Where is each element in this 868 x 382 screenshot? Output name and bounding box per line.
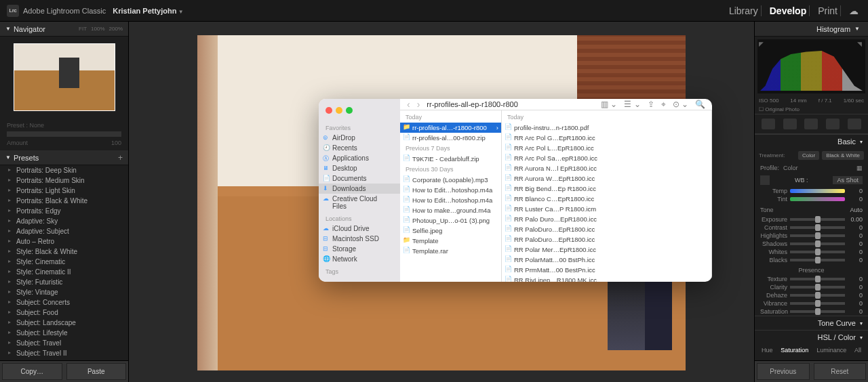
preset-item[interactable]: Style: Cinematic II — [0, 267, 128, 277]
preset-item[interactable]: Subject: Travel II — [0, 348, 128, 358]
preset-item[interactable]: Subject: Food — [0, 307, 128, 318]
share-icon[interactable]: ⇪ — [648, 100, 654, 109]
file-row[interactable]: 📄Corporate (Loopable).mp3 — [400, 175, 501, 185]
cloud-sync-icon[interactable]: ☁ — [846, 5, 861, 16]
sidebar-item[interactable]: ☁iCloud Drive — [319, 224, 400, 234]
exposure-slider[interactable] — [790, 218, 845, 221]
file-row[interactable]: 📄How to make…ground.m4a — [400, 205, 501, 215]
file-row[interactable]: 📄RR Arc Pol G…EpR1800.icc — [502, 133, 711, 143]
original-photo-checkbox[interactable]: Original Photo — [755, 105, 868, 114]
tone-curve-header[interactable]: Tone Curve — [755, 316, 868, 330]
preset-item[interactable]: Style: Cinematic — [0, 257, 128, 267]
redeye-tool-icon[interactable] — [804, 119, 818, 129]
file-row[interactable]: 📄T9K7IE - Cedarbluff.zip — [400, 154, 501, 164]
preset-list[interactable]: Portraits: Deep SkinPortraits: Medium Sk… — [0, 165, 128, 360]
sidebar-item[interactable]: 📄Documents — [319, 173, 400, 184]
mask-tool-icon[interactable] — [826, 119, 840, 129]
user-menu[interactable]: Kristian Pettyjohn — [113, 7, 183, 15]
tint-slider[interactable] — [790, 197, 845, 201]
preset-item[interactable]: Portraits: Edgy — [0, 206, 128, 216]
sidebar-item[interactable]: ⊟Macintosh SSD — [319, 234, 400, 244]
preset-item[interactable]: Subject: Concerts — [0, 297, 128, 307]
file-row[interactable]: 📁rr-profiles-al…-r1800-r800 — [400, 123, 501, 133]
profile-value[interactable]: Color — [783, 165, 798, 171]
preset-item[interactable]: Portraits: Deep Skin — [0, 165, 128, 175]
sidebar-item[interactable]: 🕘Recents — [319, 143, 400, 153]
blacks-slider[interactable] — [790, 259, 845, 261]
file-row[interactable]: 📄How to Edit…hotoshop.m4a — [400, 185, 501, 195]
treatment-color[interactable]: Color — [798, 151, 819, 160]
contrast-slider[interactable] — [790, 226, 845, 229]
highlights-slider[interactable] — [790, 234, 845, 237]
file-row[interactable]: 📄RR PolarMatt…00 BstPh.icc — [502, 255, 711, 265]
module-library[interactable]: Library — [726, 5, 762, 16]
auto-tone-button[interactable]: Auto — [850, 207, 863, 213]
wb-preset-select[interactable]: As Shot — [833, 176, 863, 184]
file-row[interactable]: 📄profile-instru…n-r1800.pdf — [502, 123, 711, 133]
preset-item[interactable]: Subject: Travel — [0, 338, 128, 348]
maximize-window-icon[interactable] — [346, 107, 353, 114]
module-print[interactable]: Print — [815, 5, 841, 16]
finder-column-2[interactable]: Today📄profile-instru…n-r1800.pdf📄RR Arc … — [502, 110, 712, 282]
file-row[interactable]: 📄RR Aurora W…EpR1800.icc — [502, 173, 711, 184]
sidebar-item[interactable]: ⒶApplications — [319, 153, 400, 163]
preset-item[interactable]: Portraits: Medium Skin — [0, 175, 128, 186]
histogram-display[interactable]: ◤ ◥ — [757, 39, 865, 93]
finder-window[interactable]: Favorites ⊚AirDrop🕘RecentsⒶApplications🖥… — [319, 99, 712, 282]
paste-button[interactable]: Paste — [66, 363, 127, 380]
file-row[interactable]: 📄RR Arc Pol L…EpR1800.icc — [502, 143, 711, 153]
treatment-bw[interactable]: Black & White — [822, 151, 864, 160]
module-develop[interactable]: Develop — [767, 5, 810, 16]
dehaze-slider[interactable] — [790, 294, 845, 297]
hsl-tab-luminance[interactable]: Luminance — [816, 347, 846, 354]
close-window-icon[interactable] — [326, 107, 332, 114]
saturation-slider[interactable] — [790, 310, 845, 313]
hsl-tab-all[interactable]: All — [854, 347, 861, 354]
back-icon[interactable]: ‹ — [407, 99, 410, 110]
file-row[interactable]: 📄RR Luster Ca…P R1800.icm — [502, 204, 711, 214]
file-row[interactable]: 📄RR Aurora N…l EpR1800.icc — [502, 163, 711, 173]
crop-tool-icon[interactable] — [762, 119, 775, 129]
clarity-slider[interactable] — [790, 286, 845, 289]
file-row[interactable]: 📄RR Polar Mer…EpR1800.icc — [502, 245, 711, 255]
previous-button[interactable]: Previous — [757, 363, 810, 380]
histogram-header[interactable]: Histogram ▼ — [755, 22, 868, 37]
reset-button[interactable]: Reset — [814, 363, 867, 380]
navigator-preview[interactable] — [0, 37, 128, 118]
temp-slider[interactable] — [790, 189, 845, 193]
texture-slider[interactable] — [790, 278, 845, 280]
file-row[interactable]: 📄rr-profiles-al…00-r800.zip — [400, 133, 501, 143]
preset-item[interactable]: Style: Black & White — [0, 247, 128, 257]
sidebar-item[interactable]: ☁Creative Cloud Files — [319, 194, 400, 211]
highlight-clip-icon[interactable]: ◥ — [857, 41, 864, 47]
sidebar-item[interactable]: 🖥Desktop — [319, 163, 400, 173]
wb-dropper-icon[interactable] — [760, 175, 770, 185]
shadow-clip-icon[interactable]: ◤ — [759, 41, 766, 47]
file-row[interactable]: 📄RR Blanco C…EpR1800.icc — [502, 194, 711, 204]
navigator-header[interactable]: ▼ Navigator FIT 100% 200% — [0, 22, 128, 37]
action-icon[interactable]: ⊙ ⌄ — [673, 100, 688, 109]
preset-item[interactable]: Portraits: Light Skin — [0, 186, 128, 196]
sidebar-item[interactable]: 🌐Network — [319, 254, 400, 264]
minimize-window-icon[interactable] — [336, 107, 342, 114]
heal-tool-icon[interactable] — [783, 119, 797, 129]
basic-panel-header[interactable]: Basic — [755, 135, 868, 148]
file-row[interactable]: 📁Template — [400, 236, 501, 246]
preset-item[interactable]: Subject: Landscape — [0, 318, 128, 328]
preset-item[interactable]: Adaptive: Sky — [0, 216, 128, 226]
file-row[interactable]: 📄RR Arc Pol Sa…epR1800.icc — [502, 153, 711, 163]
view-columns-icon[interactable]: ▥ ⌄ — [601, 100, 617, 109]
sidebar-item[interactable]: ⬇Downloads — [319, 184, 400, 194]
hsl-tab-hue[interactable]: Hue — [762, 347, 773, 354]
whites-slider[interactable] — [790, 251, 845, 253]
preset-item[interactable]: Portraits: Black & White — [0, 196, 128, 206]
profile-browser-icon[interactable]: ▦ — [856, 165, 863, 171]
sidebar-item[interactable]: ⊟Storage — [319, 244, 400, 254]
nav-fit[interactable]: FIT — [79, 26, 87, 32]
hsl-header[interactable]: HSL / Color — [755, 331, 868, 344]
nav-100[interactable]: 100% — [91, 26, 104, 32]
vibrance-slider[interactable] — [790, 302, 845, 305]
file-row[interactable]: 📄RR Palo Duro…EpR1800.icc — [502, 214, 711, 224]
file-row[interactable]: 📄Selfie.jpeg — [400, 226, 501, 236]
file-row[interactable]: 📄RR PaloDuro…EpR1800.icc — [502, 224, 711, 234]
